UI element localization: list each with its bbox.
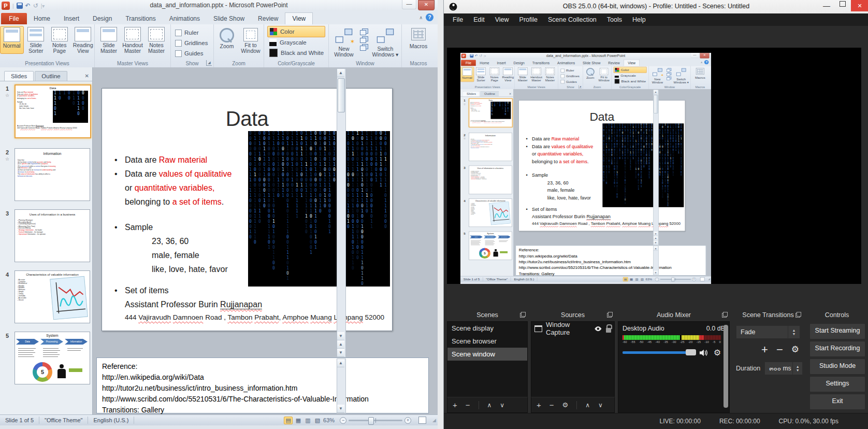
slideshow-view-icon[interactable]: ▧ xyxy=(314,417,321,424)
menu-help[interactable]: Help xyxy=(628,15,650,25)
start-streaming-button[interactable]: Start Streaming xyxy=(809,323,865,339)
move-split-icon[interactable] xyxy=(360,44,368,51)
duration-spinner[interactable]: ๓๐๐ ms ▲▼ xyxy=(764,362,803,375)
scene-item-selected[interactable]: Scene window xyxy=(447,348,527,361)
theme-name[interactable]: "Office Theme" xyxy=(39,417,88,424)
show-dialog-launcher-icon[interactable]: ◢ xyxy=(206,60,212,66)
tab-slide-show[interactable]: Slide Show xyxy=(207,13,251,24)
tab-view[interactable]: View xyxy=(285,12,313,24)
ribbon-collapse-icon[interactable]: ∧ xyxy=(419,15,423,20)
tab-file[interactable]: File xyxy=(1,13,27,24)
close-button[interactable]: ✕ xyxy=(418,0,435,10)
close-panel-icon[interactable]: ✕ xyxy=(85,73,89,81)
scroll-up-icon[interactable]: ▲ xyxy=(337,359,344,367)
remove-transition-icon[interactable]: − xyxy=(776,345,783,354)
reading-view-icon[interactable]: ▥ xyxy=(304,417,311,424)
source-item[interactable]: Window Capture xyxy=(531,322,614,335)
move-source-up-icon[interactable]: ∧ xyxy=(585,402,590,409)
panel-float-icon[interactable] xyxy=(795,312,801,318)
window-capture-source[interactable]: P | ↶ ↺ |▾ data_and_information.pptx - M… xyxy=(460,53,711,284)
slide-thumbnail-3[interactable]: 3 Uses of information in a business ▪ Pl… xyxy=(0,209,92,262)
new-window-button[interactable]: ✶ New Window xyxy=(330,26,357,58)
normal-view-icon[interactable]: ▤ xyxy=(284,417,292,424)
menu-edit[interactable]: Edit xyxy=(469,15,489,25)
slides-tab[interactable]: Slides xyxy=(4,71,34,81)
maximize-button[interactable] xyxy=(840,1,846,7)
obs-scene-canvas[interactable]: P | ↶ ↺ |▾ data_and_information.pptx - M… xyxy=(447,48,861,284)
menu-profile[interactable]: Profile xyxy=(515,15,542,25)
color-mode-button[interactable]: Color xyxy=(267,26,325,37)
zoom-percent[interactable]: 63% xyxy=(323,417,335,423)
macros-button[interactable]: Macros xyxy=(404,26,433,49)
notes-pane[interactable]: Reference: http://en.wikipedia.org/wiki/… xyxy=(96,358,429,413)
scrollbar-thumb[interactable] xyxy=(338,78,345,112)
menu-view[interactable]: View xyxy=(490,15,514,25)
spinner-arrows-icon[interactable]: ▲▼ xyxy=(792,362,802,375)
next-slide-icon[interactable]: ▼▼ xyxy=(337,349,344,357)
guides-checkbox[interactable] xyxy=(175,50,182,57)
cascade-windows-icon[interactable] xyxy=(360,36,368,43)
guides-checkbox-row[interactable]: Guides xyxy=(175,48,209,59)
scene-item[interactable]: Scene display xyxy=(447,322,527,335)
settings-button[interactable]: Settings xyxy=(809,376,865,392)
fit-slide-to-window-icon[interactable] xyxy=(418,417,426,424)
slide-thumbnail-4[interactable]: 4 Characteristics of valuable informatio… xyxy=(0,270,92,323)
slide-sorter-view-icon[interactable]: ▦ xyxy=(295,417,302,424)
remove-source-icon[interactable]: − xyxy=(549,401,554,409)
panel-float-icon[interactable] xyxy=(520,312,526,318)
fit-to-window-button[interactable]: Fit to Window xyxy=(239,26,262,54)
tab-design[interactable]: Design xyxy=(86,13,119,24)
move-scene-down-icon[interactable]: ∨ xyxy=(500,402,504,409)
gridlines-checkbox-row[interactable]: Gridlines xyxy=(175,38,209,48)
audio-settings-gear-icon[interactable]: ⚙ xyxy=(714,348,721,358)
transition-select[interactable]: Fade ▲▼ xyxy=(736,325,800,339)
exit-button[interactable]: Exit xyxy=(809,394,865,410)
remove-scene-icon[interactable]: − xyxy=(466,401,470,409)
tab-insert[interactable]: Insert xyxy=(57,13,86,24)
menu-scene-collection[interactable]: Scene Collection xyxy=(543,15,601,25)
tab-home[interactable]: Home xyxy=(27,13,57,24)
previous-slide-icon[interactable]: ▲▲ xyxy=(337,340,344,349)
notes-master-button[interactable]: Notes Master xyxy=(145,26,168,54)
volume-slider-handle[interactable] xyxy=(686,349,696,355)
zoom-in-icon[interactable]: + xyxy=(404,417,411,424)
minimize-button[interactable]: — xyxy=(823,0,830,11)
grayscale-button[interactable]: Grayscale xyxy=(267,37,325,48)
move-source-down-icon[interactable]: ∨ xyxy=(598,402,603,409)
ruler-checkbox[interactable] xyxy=(175,30,182,36)
speaker-icon[interactable] xyxy=(699,349,708,357)
visibility-eye-icon[interactable] xyxy=(594,325,602,332)
outline-tab[interactable]: Outline xyxy=(35,71,67,81)
slide-thumbnail-1[interactable]: 1☆ Data 11101 10 1 00 110 01110 0000 Dat… xyxy=(0,84,92,138)
scroll-up-icon[interactable]: ▲ xyxy=(337,69,344,77)
notes-scrollbar[interactable]: ▲ ▼ xyxy=(337,359,346,413)
resize-grip[interactable]: ◢ xyxy=(432,418,437,423)
slide-sorter-button[interactable]: Slide Sorter xyxy=(25,26,48,54)
language-indicator[interactable]: English (U.S.) xyxy=(88,417,134,424)
volume-slider[interactable] xyxy=(623,351,694,354)
mixer-scrollbar[interactable] xyxy=(724,325,728,408)
lock-icon[interactable] xyxy=(606,328,611,333)
tab-review[interactable]: Review xyxy=(251,13,285,24)
menu-file[interactable]: File xyxy=(448,15,468,25)
zoom-slider[interactable]: − + xyxy=(340,417,411,424)
add-transition-icon[interactable]: + xyxy=(761,345,768,355)
slide-canvas[interactable]: Data 000000011111100000010 1100111010011… xyxy=(102,88,393,331)
studio-mode-button[interactable]: Studio Mode xyxy=(809,359,865,375)
scene-item[interactable]: Scene browser xyxy=(447,335,527,348)
notes-page-button[interactable]: Notes Page xyxy=(48,26,71,54)
move-scene-up-icon[interactable]: ∧ xyxy=(487,402,492,409)
add-source-icon[interactable]: + xyxy=(537,401,541,409)
slide-thumbnail-5[interactable]: 5 System Data Processing Information xyxy=(0,332,92,384)
start-recording-button[interactable]: Start Recording xyxy=(809,341,865,357)
zoom-out-icon[interactable]: − xyxy=(340,417,346,424)
black-and-white-button[interactable]: Black and White xyxy=(267,48,325,58)
tab-animations[interactable]: Animations xyxy=(163,13,207,24)
slide-master-button[interactable]: Slide Master xyxy=(97,26,120,54)
menu-tools[interactable]: Tools xyxy=(602,15,627,25)
add-scene-icon[interactable]: + xyxy=(453,401,457,409)
scroll-down-icon[interactable]: ▼ xyxy=(337,405,344,413)
panel-float-icon[interactable] xyxy=(607,312,613,318)
close-button[interactable]: ✕ xyxy=(851,0,868,11)
source-properties-gear-icon[interactable]: ⚙ xyxy=(562,401,569,409)
